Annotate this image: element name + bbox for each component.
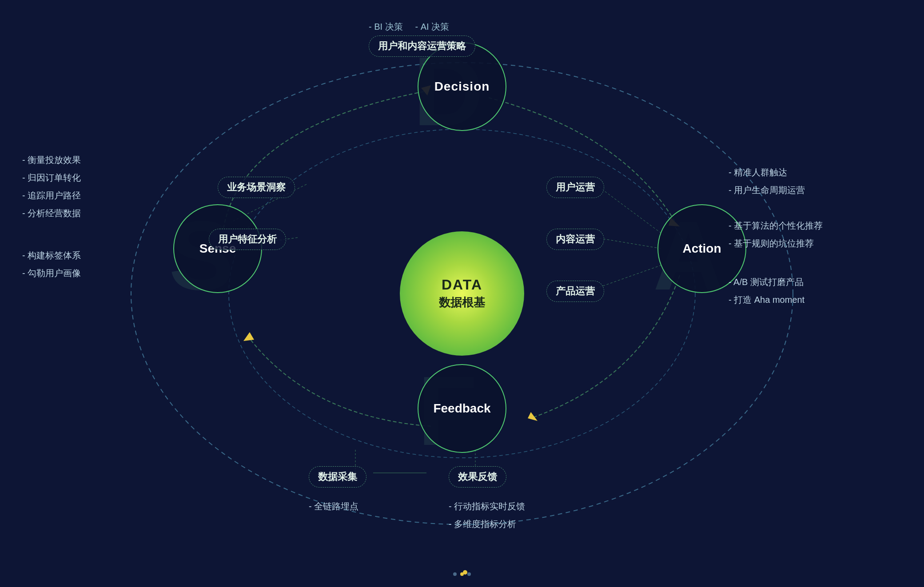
tooltip-left-1: 业务场景洞察	[218, 177, 295, 198]
tooltip-right-2-text: 内容运营	[556, 234, 595, 245]
text-left-top: - 衡量投放效果 - 归因订单转化 - 追踪用户路径 - 分析经营数据	[22, 151, 81, 222]
text-bottom-right: - 行动指标实时反馈 - 多维度指标分析	[449, 497, 525, 533]
left-top-line4: - 分析经营数据	[22, 204, 81, 222]
right-2-line1: - 基于算法的个性化推荐	[729, 217, 823, 234]
ai-decision-label: - AI 决策	[415, 22, 449, 32]
tooltip-right-2: 内容运营	[546, 229, 604, 250]
left-top-line2: - 归因订单转化	[22, 169, 81, 186]
right-2-line2: - 基于规则的坑位推荐	[729, 234, 823, 252]
diagram-container: D A F S DATA 数据根基 Decision Action Feedba…	[0, 0, 924, 587]
tooltip-bottom-right-text: 效果反馈	[458, 471, 497, 482]
node-feedback: Feedback	[418, 364, 506, 453]
center-circle: DATA 数据根基	[400, 231, 524, 356]
right-1-line1: - 精准人群触达	[729, 163, 805, 181]
bottom-left-line1: - 全链路埋点	[309, 497, 358, 515]
tooltip-right-3-text: 产品运营	[556, 286, 595, 297]
text-left-bottom: - 构建标签体系 - 勾勒用户画像	[22, 246, 81, 282]
svg-marker-4	[243, 332, 254, 341]
svg-line-6	[595, 184, 664, 235]
left-top-line3: - 追踪用户路径	[22, 186, 81, 204]
tooltip-right-1-text: 用户运营	[556, 182, 595, 193]
svg-marker-3	[528, 412, 538, 421]
feedback-label: Feedback	[433, 401, 490, 416]
tooltip-left-2-text: 用户特征分析	[218, 234, 277, 245]
svg-line-8	[595, 264, 664, 289]
tooltip-right-3: 产品运营	[546, 281, 604, 302]
page-dots	[453, 572, 471, 576]
tooltip-bottom-left-text: 数据采集	[318, 471, 357, 482]
left-top-line1: - 衡量投放效果	[22, 151, 81, 169]
tooltip-bottom-right: 效果反馈	[449, 466, 506, 488]
action-label: Action	[682, 242, 721, 256]
right-1-line2: - 用户生命周期运营	[729, 181, 805, 199]
text-right-1: - 精准人群触达 - 用户生命周期运营	[729, 163, 805, 199]
left-bottom-line1: - 构建标签体系	[22, 246, 81, 264]
yellow-dot	[463, 570, 467, 575]
page-dot-3[interactable]	[467, 572, 471, 576]
tooltip-right-1: 用户运营	[546, 177, 604, 198]
right-3-line2: - 打造 Aha moment	[729, 291, 805, 309]
text-bottom-left: - 全链路埋点	[309, 497, 358, 515]
center-text-main: DATA	[442, 277, 482, 293]
tooltip-top-text: 用户和内容运营策略	[378, 40, 466, 52]
svg-line-7	[595, 238, 662, 249]
tooltip-left-1-text: 业务场景洞察	[227, 182, 286, 193]
decision-label: Decision	[434, 79, 490, 94]
text-right-2: - 基于算法的个性化推荐 - 基于规则的坑位推荐	[729, 217, 823, 252]
bottom-right-line1: - 行动指标实时反馈	[449, 497, 525, 515]
tooltip-top: 用户和内容运营策略	[369, 36, 475, 57]
tooltip-left-2: 用户特征分析	[209, 229, 286, 250]
top-sub-labels: - BI 决策 - AI 决策	[369, 19, 449, 35]
bottom-right-line2: - 多维度指标分析	[449, 515, 525, 533]
tooltip-bottom-left: 数据采集	[309, 466, 366, 488]
right-3-line1: - A/B 测试打磨产品	[729, 273, 805, 291]
bi-decision-label: - BI 决策	[369, 22, 403, 32]
text-right-3: - A/B 测试打磨产品 - 打造 Aha moment	[729, 273, 805, 309]
left-bottom-line2: - 勾勒用户画像	[22, 264, 81, 282]
page-dot-1[interactable]	[453, 572, 457, 576]
center-text-sub: 数据根基	[439, 295, 485, 310]
